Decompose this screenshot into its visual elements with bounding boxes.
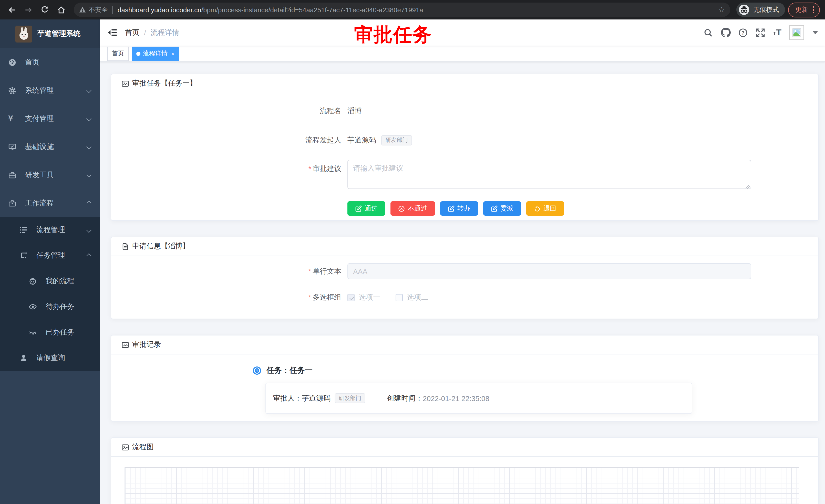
yen-icon: ¥ — [8, 114, 16, 123]
font-size-icon[interactable]: TT — [773, 27, 781, 37]
sidebar-item-done-tasks[interactable]: 已办任务 — [0, 320, 100, 345]
card-header: 流程图 — [111, 438, 818, 457]
fullscreen-icon[interactable] — [756, 28, 765, 37]
undo-icon — [534, 205, 540, 212]
delegate-button[interactable]: 委派 — [483, 201, 521, 216]
forward-icon[interactable] — [21, 3, 35, 16]
checkbox-label: 选项二 — [407, 293, 428, 302]
breadcrumb-separator: / — [144, 28, 146, 36]
breadcrumb-current: 流程详情 — [151, 28, 179, 37]
logo-image — [15, 25, 32, 42]
back-icon[interactable] — [5, 3, 18, 16]
app-title: 芋道管理系统 — [38, 29, 80, 38]
incognito-icon — [738, 4, 750, 15]
card-title: 流程图 — [132, 442, 154, 452]
security-label: 不安全 — [89, 5, 108, 14]
transfer-button[interactable]: 转办 — [440, 201, 478, 216]
svg-text:?: ? — [742, 30, 745, 35]
approval-task-card: 审批任务【任务一】 流程名 滔博 流程发起人 芋道源码 研发部门 — [111, 74, 819, 221]
bookmark-star-icon[interactable]: ☆ — [718, 5, 725, 14]
help-icon[interactable]: ? — [738, 28, 748, 37]
button-label: 通过 — [365, 204, 378, 213]
navbar-actions: ? TT — [703, 25, 825, 40]
address-bar[interactable]: 不安全 dashboard.yudao.iocoder.cn/bpm/proce… — [74, 3, 730, 17]
sidebar-item-workflow[interactable]: 工作流程 — [0, 189, 100, 217]
chevron-down-icon — [86, 228, 91, 233]
list-tree-icon — [19, 226, 28, 234]
approve-button[interactable]: 通过 — [348, 201, 385, 216]
text-field-label: *单行文本 — [122, 267, 348, 276]
sidebar-item-label: 待办任务 — [46, 302, 74, 312]
incognito-badge: 无痕模式 — [736, 3, 785, 17]
caret-down-icon[interactable] — [813, 31, 818, 34]
process-name-label: 流程名 — [122, 106, 348, 116]
apply-info-card: 申请信息【滔博】 *单行文本 *多选框组 选项一 — [111, 237, 819, 319]
text-field-row: *单行文本 — [122, 263, 808, 279]
edit-icon — [491, 205, 497, 212]
page-content: 审批任务【任务一】 流程名 滔博 流程发起人 芋道源码 研发部门 — [100, 62, 825, 504]
avatar[interactable] — [789, 25, 804, 40]
sidebar-item-todo-tasks[interactable]: 待办任务 — [0, 294, 100, 320]
sidebar-item-infrastructure[interactable]: 基础设施 — [0, 133, 100, 161]
created-time-label: 创建时间： — [387, 394, 423, 403]
sidebar-item-label: 首页 — [25, 58, 40, 67]
tab-process-detail[interactable]: 流程详情 × — [132, 47, 179, 61]
sidebar-item-label: 基础设施 — [25, 142, 54, 151]
github-icon[interactable] — [721, 28, 731, 37]
sidebar-item-system[interactable]: 系统管理 — [0, 76, 100, 104]
home-icon[interactable] — [54, 3, 68, 16]
sidebar-toggle-icon[interactable] — [100, 28, 125, 37]
approval-buttons: 通过 不通过 转办 委 — [348, 201, 808, 216]
process-name-row: 流程名 滔博 — [122, 103, 808, 119]
sidebar-item-task-mgmt[interactable]: 任务管理 — [0, 243, 100, 268]
sidebar-item-label: 研发工具 — [25, 170, 54, 179]
button-label: 委派 — [500, 204, 513, 213]
card-header: 审批任务【任务一】 — [111, 74, 818, 93]
bpmn-diagram-canvas[interactable] — [125, 467, 799, 504]
annotation-title: 审批任务 — [354, 22, 432, 48]
warning-icon — [79, 6, 86, 13]
initiator-label: 流程发起人 — [122, 136, 348, 145]
dashboard-icon — [8, 58, 16, 66]
sidebar-item-leave-query[interactable]: 请假查询 — [0, 345, 100, 371]
close-icon[interactable]: × — [171, 51, 174, 57]
url-text: dashboard.yudao.iocoder.cn/bpm/process-i… — [118, 6, 714, 14]
card-title: 审批任务【任务一】 — [132, 79, 197, 88]
browser-update-button[interactable]: 更新 — [788, 2, 820, 17]
sidebar-item-my-process[interactable]: 我的流程 — [0, 268, 100, 294]
picture-icon — [122, 80, 129, 87]
picture-icon — [122, 443, 129, 451]
sidebar-item-process-mgmt[interactable]: 流程管理 — [0, 217, 100, 243]
sidebar-item-home[interactable]: 首页 — [0, 48, 100, 76]
checkbox-group-label: *多选框组 — [122, 293, 348, 302]
sidebar: 芋道管理系统 首页 系统管理 ¥ 支付管理 — [0, 19, 100, 504]
edit-icon — [448, 205, 454, 212]
required-asterisk: * — [308, 293, 311, 301]
gear-icon — [8, 86, 16, 94]
card-header: 审批记录 — [111, 335, 818, 354]
return-button[interactable]: 退回 — [526, 201, 564, 216]
button-label: 不通过 — [408, 204, 427, 213]
task-title: 任务：任务一 — [267, 366, 313, 375]
breadcrumb-home[interactable]: 首页 — [125, 28, 139, 37]
initiator-value: 芋道源码 — [348, 136, 376, 145]
active-dot-icon — [136, 52, 140, 56]
approver-name: 芋道源码 — [302, 394, 330, 403]
search-icon[interactable] — [703, 28, 713, 37]
card-header: 申请信息【滔博】 — [111, 237, 818, 256]
checkbox-group: 选项一 选项二 — [348, 293, 428, 302]
picture-icon — [122, 341, 129, 348]
sidebar-item-label: 支付管理 — [25, 114, 54, 123]
opinion-textarea[interactable] — [348, 160, 751, 189]
sidebar-item-label: 我的流程 — [46, 276, 74, 286]
sidebar-item-dev-tools[interactable]: 研发工具 — [0, 161, 100, 189]
flow-tree-icon — [19, 251, 28, 260]
tab-home[interactable]: 首页 — [107, 47, 129, 61]
chevron-up-icon — [86, 200, 91, 205]
top-navbar: 首页 / 流程详情 审批任务 ? — [100, 19, 825, 46]
browser-menu-icon[interactable] — [813, 6, 814, 13]
reject-button[interactable]: 不通过 — [390, 201, 435, 216]
reload-icon[interactable] — [38, 3, 51, 16]
sidebar-item-payment[interactable]: ¥ 支付管理 — [0, 104, 100, 133]
app-logo[interactable]: 芋道管理系统 — [0, 19, 100, 48]
